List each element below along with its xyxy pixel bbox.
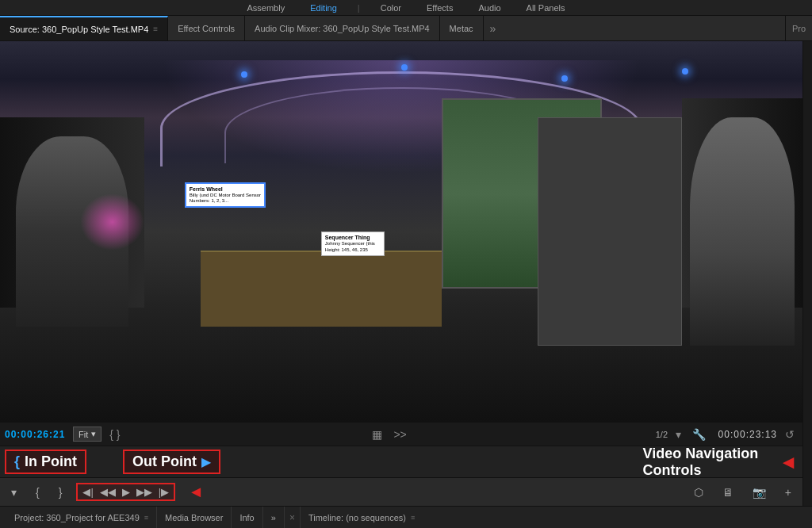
nav-controls-label-block: Video Navigation Controls (627, 446, 759, 479)
in-point-label: In Point (25, 453, 77, 470)
video-panel: Ferris Wheel Billy (und DC Motor Board S… (0, 41, 802, 506)
nav-controls-line2: Controls (643, 462, 702, 479)
media-browser-label: Media Browser (165, 513, 223, 522)
info-label: Info (239, 513, 254, 522)
transport-group: ◀| ◀◀ ▶ ▶▶ |▶ (76, 483, 175, 501)
play-btn[interactable]: ▶ (122, 486, 130, 498)
video-controls-strip: 00:00:26:21 Fit ▾ { } ▦ >> 1/2 ▾ 🔧 00:00… (0, 422, 802, 446)
bottom-bar: Project: 360_Project for AEE349 ≡ Media … (0, 506, 812, 528)
timecode-end: 00:00:23:13 (714, 429, 777, 440)
in-point-brace-icon: { (14, 453, 20, 470)
tab-meta[interactable]: Metac (440, 16, 484, 40)
project-tab[interactable]: Project: 360_Project for AEE349 ≡ (6, 507, 157, 528)
nav-divider: | (358, 3, 360, 13)
filmstrip-icon[interactable]: ▦ (369, 427, 385, 442)
tab-source-menu-icon[interactable]: ≡ (153, 25, 158, 33)
annotation-sequencer-line3: Height: 145, 46, 235 (325, 247, 381, 254)
in-point-box[interactable]: { In Point (5, 450, 86, 474)
nav-audio[interactable]: Audio (473, 3, 505, 13)
nav-controls-line1: Video Navigation (643, 446, 759, 462)
go-to-in-btn[interactable]: ◀| (82, 486, 93, 498)
tab-audio-mixer[interactable]: Audio Clip Mixer: 360_PopUp Style Test.M… (245, 16, 440, 40)
tab-audio-mixer-label: Audio Clip Mixer: 360_PopUp Style Test.M… (255, 24, 430, 33)
nav-color[interactable]: Color (376, 3, 406, 13)
main-area: Ferris Wheel Billy (und DC Motor Board S… (0, 41, 812, 506)
annotation-ferris-wheel-title: Ferris Wheel (190, 186, 261, 193)
sequence-settings-icon[interactable]: { } (106, 427, 123, 442)
inout-bar: { In Point Out Point ▶ Video Navigation … (0, 446, 802, 477)
bottom-close-btn[interactable]: × (285, 512, 300, 523)
timecode-start: 00:00:26:21 (5, 429, 68, 440)
shelves (538, 117, 682, 346)
video-bg: Ferris Wheel Billy (und DC Motor Board S… (0, 41, 802, 422)
red-arrow-bottom-icon: ◄ (188, 483, 204, 501)
nav-effects[interactable]: Effects (422, 3, 458, 13)
nav-all-panels[interactable]: All Panels (522, 3, 570, 13)
fit-label: Fit (79, 430, 88, 439)
fraction-dropdown[interactable]: ▾ (672, 427, 684, 442)
step-fwd-btn[interactable]: ▶▶ (136, 486, 152, 498)
blue-light-2 (401, 64, 408, 71)
timeline-label: Timeline: (no sequences) (308, 513, 406, 522)
camera-btn[interactable]: 📷 (748, 484, 771, 500)
loop-icon[interactable]: ↺ (782, 427, 798, 442)
annotation-ferris-wheel-line2: Billy (und DC Motor Board Sensor (190, 193, 261, 199)
timeline-menu-icon[interactable]: ≡ (411, 514, 415, 522)
add-btn[interactable]: + (780, 484, 796, 500)
page-fraction: 1/2 (656, 430, 668, 439)
export-frame-btn[interactable]: ⬡ (689, 484, 708, 500)
tab-source-label: Source: 360_PopUp Style Test.MP4 (10, 25, 148, 34)
top-nav-bar: Assembly Editing | Color Effects Audio A… (0, 0, 812, 16)
info-tab[interactable]: Info (232, 507, 262, 528)
mark-out-brace-btn[interactable]: } (54, 484, 67, 500)
mark-in-btn[interactable]: ▾ (6, 484, 21, 500)
add-markers-icon[interactable]: >> (390, 427, 409, 442)
fit-dropdown-icon: ▾ (91, 429, 96, 439)
annotation-ferris-wheel: Ferris Wheel Billy (und DC Motor Board S… (185, 182, 266, 209)
annotation-sequencer-title: Sequencer Thing (325, 234, 381, 241)
step-back-btn[interactable]: ◀◀ (100, 486, 116, 498)
media-browser-tab[interactable]: Media Browser (157, 507, 232, 528)
bottom-more-icon: » (271, 513, 276, 522)
bottom-more-btn[interactable]: » (263, 507, 285, 528)
monitor-btn[interactable]: 🖥 (718, 484, 738, 500)
tab-effect-controls[interactable]: Effect Controls (168, 16, 245, 40)
settings-icon[interactable]: 🔧 (689, 427, 709, 442)
nav-editing[interactable]: Editing (305, 3, 342, 13)
panel-button[interactable]: Pro (785, 16, 812, 40)
project-label: Project: 360_Project for AEE349 (14, 513, 140, 522)
tab-meta-label: Metac (450, 24, 473, 33)
timeline-tab[interactable]: Timeline: (no sequences) ≡ (300, 507, 423, 528)
red-arrow-icon: ◄ (779, 451, 798, 473)
video-preview[interactable]: Ferris Wheel Billy (und DC Motor Board S… (0, 41, 802, 422)
out-point-label: Out Point (132, 453, 197, 470)
annotation-sequencer: Sequencer Thing Johnny Sequencer (this H… (321, 231, 385, 256)
transport-bar: ▾ { } ◀| ◀◀ ▶ ▶▶ |▶ ◄ ⬡ 🖥 📷 + (0, 477, 802, 506)
pink-light (80, 193, 144, 251)
blue-light-1 (241, 71, 247, 78)
tab-effect-controls-label: Effect Controls (178, 24, 235, 33)
right-panel (802, 41, 812, 506)
project-menu-icon[interactable]: ≡ (144, 514, 148, 522)
person-right (690, 117, 795, 346)
out-point-box[interactable]: Out Point ▶ (123, 450, 220, 474)
blue-light-4 (682, 68, 688, 75)
fit-dropdown[interactable]: Fit ▾ (73, 427, 102, 442)
tab-bar: Source: 360_PopUp Style Test.MP4 ≡ Effec… (0, 16, 812, 41)
mark-in-brace-btn[interactable]: { (31, 484, 44, 500)
annotation-ferris-wheel-line3: Numbers: 1, 2, 3... (190, 198, 261, 205)
desk-center (201, 251, 442, 327)
nav-assembly[interactable]: Assembly (243, 3, 290, 13)
annotation-sequencer-line2: Johnny Sequencer (this (325, 241, 381, 247)
tab-source[interactable]: Source: 360_PopUp Style Test.MP4 ≡ (0, 16, 168, 40)
out-point-icon: ▶ (201, 454, 211, 469)
tab-more-button[interactable]: » (484, 16, 503, 40)
go-to-out-btn[interactable]: |▶ (159, 486, 169, 498)
